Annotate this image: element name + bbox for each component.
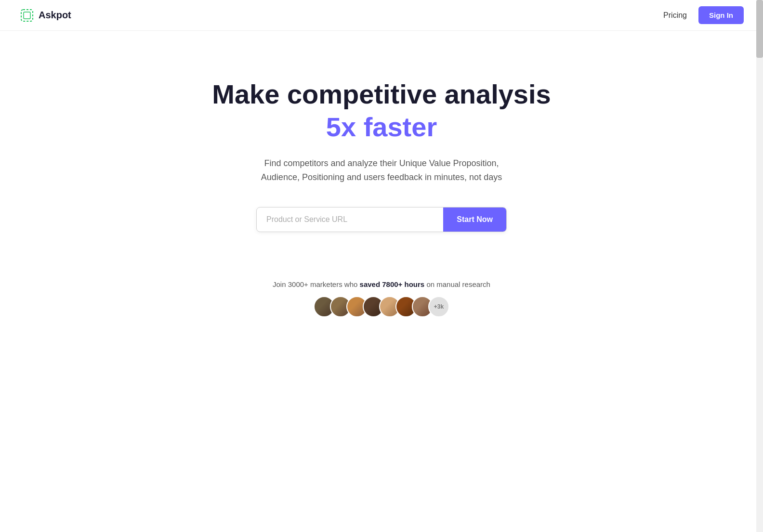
logo-icon	[19, 8, 35, 23]
search-row: Start Now	[256, 207, 507, 232]
svg-rect-0	[21, 10, 33, 21]
avatars-row: +3k	[314, 296, 449, 317]
logo[interactable]: Askpot	[19, 8, 71, 23]
hero-title-line1: Make competitive analysis	[212, 79, 551, 110]
navbar: Askpot Pricing Sign In	[0, 0, 763, 31]
social-text-prefix: Join 3000+ marketers who	[273, 280, 360, 288]
logo-text: Askpot	[39, 10, 71, 21]
hero-section: Make competitive analysis 5x faster Find…	[0, 31, 763, 346]
social-text-bold: saved 7800+ hours	[360, 280, 425, 288]
social-proof-text: Join 3000+ marketers who saved 7800+ hou…	[273, 280, 490, 288]
hero-subtitle: Find competitors and analyze their Uniqu…	[251, 156, 512, 184]
scrollbar[interactable]	[756, 0, 763, 532]
svg-rect-1	[24, 12, 30, 19]
avatar-more-count: +3k	[428, 296, 449, 317]
nav-right: Pricing Sign In	[663, 6, 744, 24]
hero-title-line2: 5x faster	[326, 112, 437, 143]
social-text-suffix: on manual research	[424, 280, 490, 288]
social-proof-section: Join 3000+ marketers who saved 7800+ hou…	[273, 280, 490, 317]
signin-button[interactable]: Sign In	[698, 6, 744, 24]
url-input[interactable]	[257, 208, 443, 232]
start-now-button[interactable]: Start Now	[443, 208, 506, 232]
scrollbar-thumb[interactable]	[756, 0, 763, 58]
pricing-link[interactable]: Pricing	[663, 11, 687, 20]
